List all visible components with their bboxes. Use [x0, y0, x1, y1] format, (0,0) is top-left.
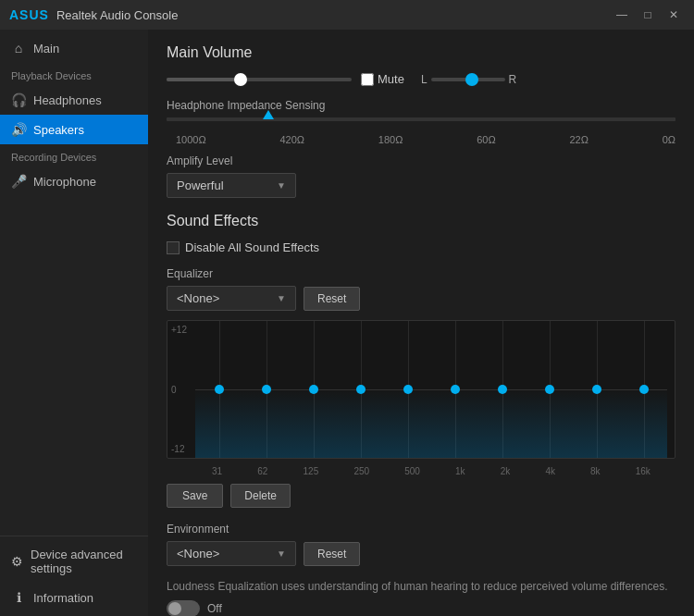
- disable-sound-effects-checkbox[interactable]: [167, 241, 180, 254]
- volume-slider[interactable]: [167, 78, 352, 81]
- impedance-marker-5: 0Ω: [663, 134, 675, 145]
- loudness-toggle-label: Off: [207, 602, 222, 615]
- balance-left-label: L: [421, 73, 428, 86]
- impedance-marker-2: 180Ω: [378, 134, 403, 145]
- asus-logo: ASUS: [9, 7, 49, 22]
- home-icon: ⌂: [11, 41, 26, 55]
- environment-controls: <None> ▼ Reset: [167, 541, 675, 566]
- impedance-marker-0: 1000Ω: [176, 134, 206, 145]
- eq-band-8[interactable]: [573, 321, 620, 458]
- eq-chevron-icon: ▼: [277, 293, 286, 303]
- eq-band-3[interactable]: [337, 321, 384, 458]
- eq-freq-0: 31: [212, 466, 222, 476]
- balance-right-label: R: [509, 73, 517, 86]
- sidebar-device-advanced-label: Device advanced settings: [31, 548, 137, 575]
- minimize-button[interactable]: —: [611, 6, 633, 24]
- speaker-icon: 🔊: [11, 122, 26, 137]
- eq-preset-value: <None>: [177, 291, 219, 305]
- eq-band-9[interactable]: [620, 321, 667, 458]
- eq-band-7[interactable]: [526, 321, 573, 458]
- eq-band-1[interactable]: [242, 321, 290, 458]
- microphone-icon: 🎤: [11, 174, 26, 189]
- app-body: ⌂ Main Playback Devices 🎧 Headphones 🔊 S…: [0, 30, 694, 616]
- eq-freq-7: 4k: [545, 466, 555, 476]
- impedance-marker-4: 22Ω: [569, 134, 588, 145]
- balance-section: Balance L R: [421, 73, 516, 86]
- environment-chevron-icon: ▼: [277, 548, 286, 559]
- amplify-label: Amplify Level: [167, 154, 675, 167]
- sidebar-information-label: Information: [33, 591, 93, 605]
- eq-label: Equalizer: [167, 267, 675, 280]
- loudness-toggle-knob: [168, 602, 181, 615]
- eq-freq-6: 2k: [501, 466, 511, 476]
- close-button[interactable]: ✕: [663, 6, 685, 24]
- eq-band-4[interactable]: [384, 321, 431, 458]
- eq-reset-button[interactable]: Reset: [304, 287, 360, 311]
- eq-scale-bottom: -12: [171, 444, 187, 454]
- environment-preset-value: <None>: [177, 547, 219, 561]
- eq-freq-9: 16k: [636, 466, 651, 476]
- environment-preset-select[interactable]: <None> ▼: [167, 541, 296, 566]
- sidebar-item-main[interactable]: ⌂ Main: [0, 33, 148, 63]
- eq-band-0[interactable]: [195, 321, 242, 458]
- loudness-toggle-row: Off: [167, 600, 675, 616]
- eq-visualizer: +12 0 -12: [167, 320, 675, 459]
- sound-effects-section: Sound Effects Disable All Sound Effects …: [167, 213, 675, 616]
- eq-band-5[interactable]: [431, 321, 478, 458]
- eq-bars-area[interactable]: [195, 321, 667, 458]
- sidebar-bottom: ⚙ Device advanced settings ℹ Information: [0, 536, 148, 616]
- recording-section-label: Recording Devices: [0, 144, 148, 166]
- sidebar-item-headphones[interactable]: 🎧 Headphones: [0, 85, 148, 115]
- main-volume-section: Main Volume Mute Balance L R: [167, 44, 675, 198]
- mute-label: Mute: [378, 72, 404, 86]
- eq-band-6[interactable]: [478, 321, 526, 458]
- eq-band-2[interactable]: [290, 321, 337, 458]
- sidebar-microphone-label: Microphone: [33, 175, 96, 189]
- sidebar-headphones-label: Headphones: [33, 93, 102, 107]
- title-bar: ASUS Realtek Audio Console — □ ✕: [0, 0, 694, 30]
- eq-controls: <None> ▼ Reset: [167, 286, 675, 311]
- sidebar-item-device-advanced[interactable]: ⚙ Device advanced settings: [0, 540, 148, 583]
- main-volume-heading: Main Volume: [167, 44, 675, 61]
- title-bar-controls: — □ ✕: [611, 6, 685, 24]
- eq-action-buttons: Save Delete: [167, 484, 675, 508]
- maximize-button[interactable]: □: [637, 6, 659, 24]
- mute-checkbox[interactable]: [361, 73, 374, 86]
- loudness-toggle[interactable]: [167, 600, 200, 616]
- eq-freq-3: 250: [353, 466, 369, 476]
- title-bar-left: ASUS Realtek Audio Console: [9, 7, 178, 22]
- sidebar: ⌂ Main Playback Devices 🎧 Headphones 🔊 S…: [0, 30, 148, 616]
- eq-preset-select[interactable]: <None> ▼: [167, 286, 296, 311]
- eq-scale-top: +12: [171, 325, 187, 335]
- eq-freq-2: 125: [304, 466, 319, 476]
- chevron-down-icon: ▼: [277, 180, 286, 191]
- impedance-label: Headphone Impedance Sensing: [167, 99, 675, 112]
- disable-sound-effects-label: Disable All Sound Effects: [185, 240, 319, 254]
- impedance-marker-1: 420Ω: [279, 134, 304, 145]
- sidebar-item-speakers[interactable]: 🔊 Speakers: [0, 115, 148, 144]
- sound-effects-heading: Sound Effects: [167, 213, 675, 229]
- eq-scale-middle: 0: [171, 385, 187, 395]
- environment-reset-button[interactable]: Reset: [304, 542, 360, 566]
- settings-icon: ⚙: [11, 554, 23, 569]
- headphone-icon: 🎧: [11, 92, 26, 107]
- impedance-container: 1000Ω 420Ω 180Ω 60Ω 22Ω 0Ω: [167, 117, 675, 145]
- eq-delete-button[interactable]: Delete: [230, 484, 291, 508]
- balance-slider[interactable]: [431, 78, 505, 81]
- eq-freq-4: 500: [404, 466, 420, 476]
- impedance-slider[interactable]: [167, 117, 675, 121]
- eq-freq-labels: 31 62 125 250 500 1k 2k 4k 8k 16k: [194, 466, 668, 476]
- info-icon: ℹ: [11, 590, 26, 605]
- impedance-marker-3: 60Ω: [477, 134, 495, 145]
- eq-freq-5: 1k: [455, 466, 465, 476]
- eq-freq-1: 62: [257, 466, 267, 476]
- eq-save-button[interactable]: Save: [167, 484, 223, 508]
- sidebar-main-label: Main: [33, 42, 59, 55]
- sidebar-item-microphone[interactable]: 🎤 Microphone: [0, 166, 148, 196]
- mute-row: Mute: [361, 72, 404, 86]
- disable-sound-effects-row: Disable All Sound Effects: [167, 240, 675, 254]
- sidebar-item-information[interactable]: ℹ Information: [0, 583, 148, 612]
- sidebar-speakers-label: Speakers: [33, 123, 84, 137]
- impedance-markers: 1000Ω 420Ω 180Ω 60Ω 22Ω 0Ω: [176, 134, 675, 145]
- amplify-select[interactable]: Powerful ▼: [167, 173, 296, 198]
